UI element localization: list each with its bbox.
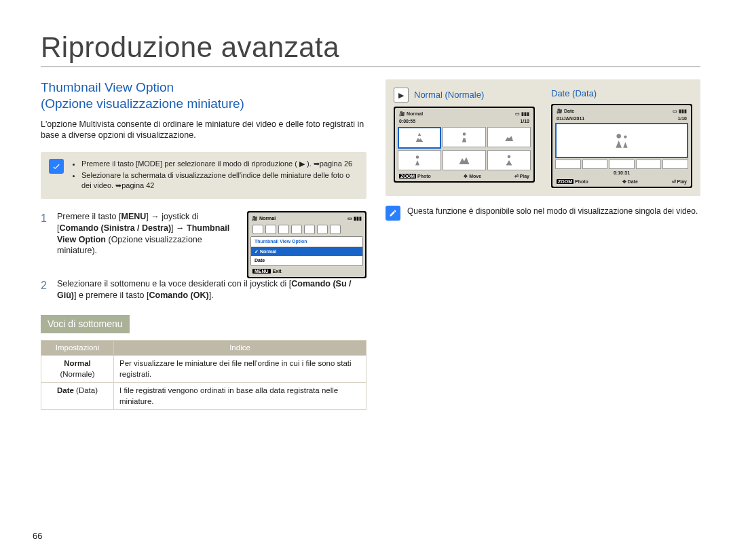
preview-normal: ▶ Normal (Normale) 🎥 Normal ▭ ▮▮▮ 0:00: <box>394 88 535 183</box>
svg-point-0 <box>463 132 466 136</box>
step-text: Premere il tasto [MENU] → joystick di [C… <box>57 211 239 257</box>
svg-point-4 <box>624 136 626 138</box>
step: 2 Selezionare il sottomenu e la voce des… <box>41 278 366 301</box>
mini-menu-row: Normal <box>251 247 362 256</box>
mini-panel-title: Thumbnail View Option <box>251 237 362 246</box>
right-column: ▶ Normal (Normale) 🎥 Normal ▭ ▮▮▮ 0:00: <box>386 79 700 410</box>
sub-heading: Voci di sottomenu <box>41 315 130 333</box>
bottom-note: Questa funzione è disponibile solo nel m… <box>386 206 700 221</box>
columns: Thumbnail View Option (Opzione visualizz… <box>41 79 700 410</box>
thumbnail <box>398 150 441 170</box>
note-item: Selezionare la schermata di visualizzazi… <box>81 170 358 191</box>
step-text: Selezionare il sottomenu e la voce desid… <box>57 278 366 301</box>
thumb-screen-date: 🎥 Date ▭ ▮▮▮ 01/JAN/2011 1/10 <box>551 104 692 189</box>
table-row: Normal(Normale) Per visualizzare le mini… <box>41 356 366 383</box>
section-heading: Thumbnail View Option (Opzione visualizz… <box>41 79 366 112</box>
note-box: Premere il tasto [MODE] per selezionare … <box>41 152 366 199</box>
step: 1 Premere il tasto [MENU] → joystick di … <box>41 211 239 257</box>
thumbnail <box>443 150 486 170</box>
steps-wrap: 1 Premere il tasto [MENU] → joystick di … <box>41 211 366 278</box>
mini-icon-row <box>250 223 363 236</box>
page: Riproduzione avanzata Thumbnail View Opt… <box>0 0 733 560</box>
table-head: Indice <box>114 340 366 356</box>
preview-date: Date (Data) 🎥 Date ▭ ▮▮▮ 01/JAN/2011 <box>551 88 692 188</box>
battery-icon: ▭ ▮▮▮ <box>347 215 362 221</box>
svg-point-3 <box>616 134 621 139</box>
preview-box: ▶ Normal (Normale) 🎥 Normal ▭ ▮▮▮ 0:00: <box>386 79 700 196</box>
mini-footer: MENUExit <box>250 266 363 275</box>
preview-title: Normal (Normale) <box>414 89 484 101</box>
bottom-note-text: Questa funzione è disponibile solo nel m… <box>407 206 698 217</box>
pencil-icon <box>386 206 400 221</box>
battery-icon: ▭ ▮▮▮ <box>673 108 687 114</box>
svg-point-2 <box>508 155 511 158</box>
intro-paragraph: L'opzione Multivista consente di ordinar… <box>41 119 366 142</box>
page-number: 66 <box>33 531 42 541</box>
play-triangle-icon: ▶ <box>394 88 409 102</box>
time-label: 0:10:31 <box>555 169 688 176</box>
preview-title: Date (Data) <box>551 88 597 100</box>
step-number: 2 <box>41 278 50 301</box>
thumbnail <box>443 127 486 147</box>
table-head: Impostazioni <box>41 340 114 356</box>
step-number: 1 <box>41 211 50 257</box>
mini-menu-row: Date <box>251 256 362 265</box>
settings-table: Impostazioni Indice Normal(Normale) Per … <box>41 340 366 411</box>
mini-mode-label: 🎥 Normal <box>252 215 276 221</box>
battery-icon: ▭ ▮▮▮ <box>515 111 529 117</box>
thumbnail-grid <box>398 126 531 172</box>
mini-screen: 🎥 Normal ▭ ▮▮▮ Thumbnail View Option Nor… <box>247 211 366 278</box>
table-cell-desc: I file registrati vengono ordinati in ba… <box>114 383 366 410</box>
date-thumbnail-area <box>555 123 688 169</box>
thumbnail <box>487 150 531 170</box>
mini-menu-panel: Thumbnail View Option Normal Date <box>250 236 363 265</box>
table-cell-label: Date (Data) <box>41 383 114 410</box>
left-column: Thumbnail View Option (Opzione visualizz… <box>41 79 366 410</box>
table-cell-label: Normal(Normale) <box>41 356 114 383</box>
svg-point-1 <box>416 155 419 159</box>
table-cell-desc: Per visualizzare le miniature dei file n… <box>114 356 366 383</box>
note-item: Premere il tasto [MODE] per selezionare … <box>81 159 358 169</box>
table-row: Date (Data) I file registrati vengono or… <box>41 383 366 410</box>
thumbnail <box>398 127 441 149</box>
steps: 1 Premere il tasto [MENU] → joystick di … <box>41 211 239 264</box>
rule <box>41 67 700 67</box>
thumb-screen-normal: 🎥 Normal ▭ ▮▮▮ 0:00:55 1/10 <box>394 107 535 183</box>
thumbnail <box>487 127 531 147</box>
chapter-title: Riproduzione avanzata <box>41 31 700 64</box>
check-icon <box>49 159 64 174</box>
note-list: Premere il tasto [MODE] per selezionare … <box>71 159 358 192</box>
